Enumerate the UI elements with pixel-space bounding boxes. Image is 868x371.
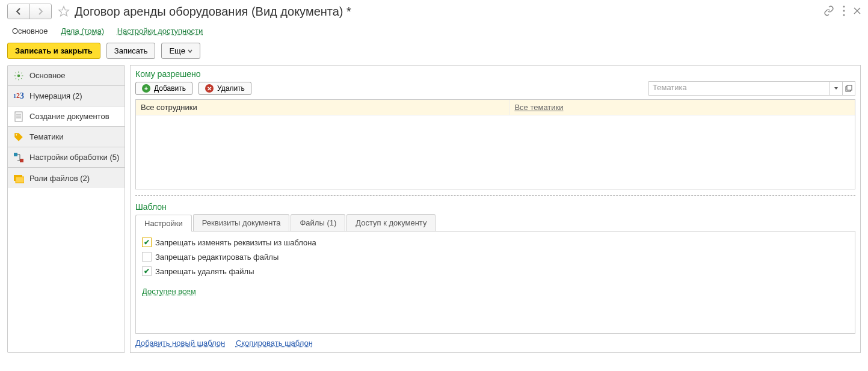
link-icon[interactable] xyxy=(823,5,834,18)
numbering-icon: 123 xyxy=(13,90,25,102)
more-button-label: Еще xyxy=(169,46,185,55)
chk-forbid-props-label: Запрещать изменять реквизиты из шаблона xyxy=(155,238,316,247)
svg-point-1 xyxy=(843,10,845,11)
delete-button[interactable]: ✕ Удалить xyxy=(199,82,251,95)
more-button[interactable]: Еще xyxy=(161,43,200,59)
subtab-props[interactable]: Реквизиты документа xyxy=(193,214,290,231)
back-button[interactable] xyxy=(8,4,29,19)
sidebar-item-numbering[interactable]: 123 Нумерация (2) xyxy=(8,86,125,106)
save-and-close-button[interactable]: Записать и закрыть xyxy=(7,43,100,59)
sidebar-item-processing[interactable]: Настройки обработки (5) xyxy=(8,147,125,168)
add-button-label: Добавить xyxy=(154,84,186,93)
svg-point-8 xyxy=(16,134,17,135)
grid-cell-employees[interactable]: Все сотрудники xyxy=(136,100,509,115)
sidebar: Основное 123 Нумерация (2) Создание доку… xyxy=(7,65,125,353)
svg-point-3 xyxy=(17,74,20,77)
chk-forbid-edit-files-label: Запрещать редактировать файлы xyxy=(155,253,279,262)
document-icon xyxy=(13,111,25,123)
topic-combo[interactable]: Тематика xyxy=(648,81,829,96)
delete-button-label: Удалить xyxy=(217,84,245,93)
available-to-all-link[interactable]: Доступен всем xyxy=(142,287,196,296)
sidebar-item-create-docs[interactable]: Создание документов xyxy=(8,106,125,127)
subtab-access[interactable]: Доступ к документу xyxy=(346,214,436,231)
subtab-settings[interactable]: Настройки xyxy=(135,215,192,231)
sidebar-item-label: Настройки обработки (5) xyxy=(29,153,119,162)
tag-icon xyxy=(13,131,25,143)
all-topics-link[interactable]: Все тематики xyxy=(514,103,563,112)
svg-rect-10 xyxy=(20,159,23,162)
cross-icon: ✕ xyxy=(205,84,214,93)
close-icon[interactable] xyxy=(854,7,861,16)
svg-rect-4 xyxy=(15,112,22,121)
gear-icon xyxy=(13,70,25,82)
processing-icon xyxy=(13,152,25,164)
sidebar-item-main[interactable]: Основное xyxy=(8,66,125,86)
check-icon: ✔ xyxy=(144,238,150,247)
chk-forbid-delete-files[interactable]: ✔ xyxy=(142,266,152,276)
chk-forbid-delete-files-label: Запрещать удалять файлы xyxy=(155,267,254,276)
sidebar-item-label: Основное xyxy=(29,71,66,80)
tab-cases[interactable]: Дела (тома) xyxy=(61,26,104,35)
favorite-icon[interactable] xyxy=(57,4,71,19)
nav-arrows xyxy=(7,4,52,19)
plus-icon: + xyxy=(142,84,150,93)
sidebar-item-label: Роли файлов (2) xyxy=(29,174,90,183)
tab-access-settings[interactable]: Настройки доступности xyxy=(117,26,203,35)
combo-open-icon[interactable] xyxy=(842,81,855,96)
folder-icon xyxy=(13,172,25,184)
section-allowed-title: Кому разрешено xyxy=(135,69,855,79)
sidebar-item-label: Тематики xyxy=(29,132,64,141)
grid-cell-topics[interactable]: Все тематики xyxy=(509,100,568,115)
subtab-files[interactable]: Файлы (1) xyxy=(291,214,345,231)
chk-forbid-edit-files[interactable] xyxy=(142,252,152,262)
check-icon: ✔ xyxy=(144,267,150,275)
svg-point-2 xyxy=(843,14,845,16)
svg-point-0 xyxy=(843,5,845,7)
svg-rect-14 xyxy=(847,85,852,90)
forward-button[interactable] xyxy=(29,4,51,19)
tab-main[interactable]: Основное xyxy=(12,26,48,35)
svg-rect-12 xyxy=(16,177,24,183)
permissions-grid: Все сотрудники Все тематики xyxy=(135,99,855,189)
add-button[interactable]: + Добавить xyxy=(135,82,192,95)
copy-template-link[interactable]: Скопировать шаблон xyxy=(236,339,313,348)
save-button[interactable]: Записать xyxy=(106,43,156,59)
svg-rect-9 xyxy=(14,153,17,156)
sidebar-item-file-roles[interactable]: Роли файлов (2) xyxy=(8,168,125,188)
sidebar-item-label: Нумерация (2) xyxy=(29,91,82,100)
add-template-link[interactable]: Добавить новый шаблон xyxy=(135,339,225,348)
section-template-title: Шаблон xyxy=(135,202,855,212)
sidebar-item-label: Создание документов xyxy=(29,112,109,121)
sidebar-item-topics[interactable]: Тематики xyxy=(8,127,125,147)
page-title: Договор аренды оборудования (Вид докумен… xyxy=(75,5,823,19)
kebab-menu-icon[interactable] xyxy=(843,5,845,18)
chk-forbid-props[interactable]: ✔ xyxy=(142,238,152,247)
combo-dropdown-icon[interactable] xyxy=(829,81,842,96)
